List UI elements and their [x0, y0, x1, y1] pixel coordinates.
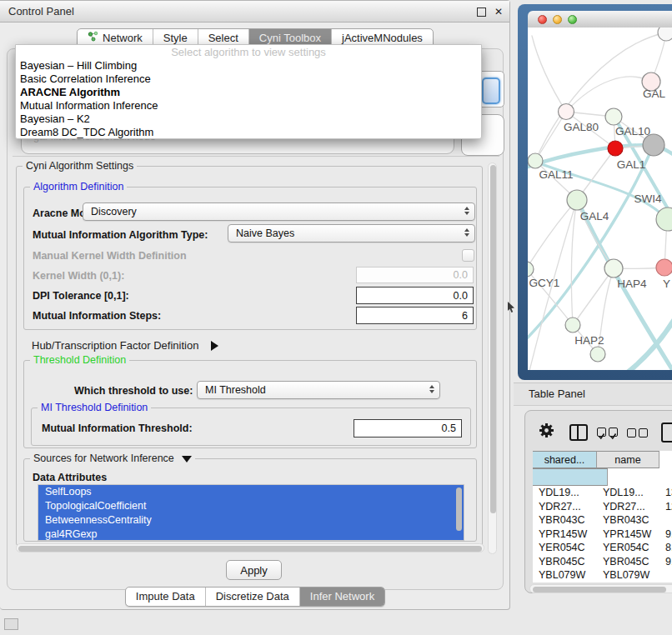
control-panel-window: Control Panel ✕ NetworkStyleSelectCyni T… [0, 0, 510, 610]
mouse-cursor [507, 302, 515, 314]
table-row[interactable]: YLR345WYLR345W9. [533, 582, 672, 583]
manual-kernel-width-checkbox[interactable] [462, 249, 474, 262]
network-canvas[interactable]: GALGAL80GAL10GAL1GAL11GAL4SWI4GCY1HAP4YH… [528, 28, 672, 370]
application-root: Control Panel ✕ NetworkStyleSelectCyni T… [0, 0, 672, 635]
apply-button[interactable]: Apply [226, 560, 282, 580]
table-row[interactable]: YDR27...YDR27...12 [533, 500, 672, 514]
minimize-window-button[interactable] [553, 15, 562, 24]
close-panel-icon[interactable]: ✕ [494, 5, 503, 18]
column-header-shared[interactable]: shared... [533, 451, 597, 468]
stepper-arrows-icon [464, 228, 469, 237]
table-horizontal-scrollbar-thumb[interactable] [533, 587, 666, 592]
node-gcy1[interactable] [528, 262, 534, 277]
node-hap4[interactable] [604, 259, 623, 278]
network-edge [528, 200, 577, 269]
node-gal11[interactable] [528, 153, 543, 168]
table-options-icon[interactable] [661, 422, 672, 442]
settings-horizontal-scrollbar-thumb[interactable] [18, 546, 482, 552]
which-threshold-value: MI Threshold [205, 384, 266, 396]
table-panel-titlebar: Table Panel [514, 382, 672, 406]
data-attributes-list[interactable]: SelfLoopsTopologicalCoefficientBetweenne… [38, 484, 464, 541]
dropdown-item-basic-correlation-inference[interactable]: Basic Correlation Inference [16, 72, 481, 86]
table-row[interactable]: YPR145WYPR145W9. [533, 528, 672, 542]
node-hap2-label: HAP2 [574, 334, 604, 347]
dropdown-placeholder: Select algorithm to view settings [16, 45, 481, 59]
float-panel-icon[interactable] [477, 8, 486, 17]
checked-box-icon[interactable] [609, 428, 618, 437]
table-cell: 13 [659, 486, 672, 500]
control-panel-titlebar: Control Panel ✕ [0, 1, 509, 22]
zoom-window-button[interactable] [568, 15, 577, 24]
kernel-width-input[interactable] [356, 267, 474, 283]
table-panel: shared...name YDL19...YDL19...13YDR27...… [524, 410, 672, 593]
table-row[interactable]: YDL19...YDL19...13 [533, 486, 672, 500]
dock-panel-icon[interactable] [4, 618, 18, 630]
network-view-window: GALGAL80GAL10GAL1GAL11GAL4SWI4GCY1HAP4YH… [518, 4, 672, 380]
settings-vertical-scrollbar-thumb[interactable] [490, 165, 496, 513]
network-edge [573, 268, 614, 325]
sources-group-title[interactable]: Sources for Network Inference [30, 452, 195, 464]
table-row[interactable]: YBR043CYBR043C [533, 513, 672, 528]
aracne-mode-select[interactable]: Discovery [83, 202, 475, 221]
attribute-item-selfloops[interactable]: SelfLoops [38, 485, 464, 499]
bottom-tab-infer-network[interactable]: Infer Network [299, 588, 384, 606]
attribute-item-topologicalcoefficient[interactable]: TopologicalCoefficient [38, 499, 464, 513]
bottom-tabs: Impute DataDiscretize DataInfer Network [125, 587, 385, 607]
threshold-definition-title: Threshold Definition [30, 354, 129, 366]
settings-vertical-scrollbar[interactable] [488, 162, 497, 554]
dropdown-item-bayesian-hill-climbing[interactable]: Bayesian – Hill Climbing [16, 59, 481, 72]
sources-group-title-text: Sources for Network Inference [33, 452, 174, 464]
attribute-item-gal4rgexp[interactable]: gal4RGexp [38, 528, 464, 541]
table-cell: 12 [659, 500, 672, 514]
algorithm-definition-title: Algorithm Definition [30, 181, 127, 192]
network-edge [566, 77, 651, 112]
collapse-down-icon [182, 456, 192, 462]
settings-horizontal-scrollbar[interactable] [16, 543, 484, 552]
table-panel-title: Table Panel [529, 388, 585, 400]
table-row[interactable]: YER054CYER054C8. [533, 541, 672, 555]
control-panel-title: Control Panel [8, 5, 74, 18]
node-gal80[interactable] [559, 104, 574, 120]
bottom-tab-impute-data[interactable]: Impute Data [126, 588, 205, 606]
table-horizontal-scrollbar[interactable] [529, 584, 672, 593]
table-cell: 9. [659, 582, 672, 583]
checked-box-icon[interactable] [597, 428, 606, 437]
bottom-tab-bar: Impute DataDiscretize DataInfer Network [0, 587, 510, 607]
mi-threshold-definition-title: MI Threshold Definition [38, 402, 151, 413]
mi-steps-label: Mutual Information Steps: [33, 308, 161, 324]
node-gal10[interactable] [605, 108, 622, 125]
attribute-list-scrollbar-thumb[interactable] [456, 488, 462, 531]
node-hap2[interactable] [565, 318, 580, 332]
which-threshold-label: Which threshold to use: [74, 382, 193, 399]
unchecked-box-icon[interactable] [627, 428, 636, 438]
combobox-focused-stepper-icon [482, 78, 500, 104]
dropdown-item-bayesian-k2[interactable]: Bayesian – K2 [16, 112, 481, 126]
node-gal1[interactable] [608, 141, 623, 156]
which-threshold-select[interactable]: MI Threshold [197, 381, 440, 399]
close-window-button[interactable] [538, 15, 547, 24]
column-header-name[interactable]: name [597, 451, 659, 468]
bottom-tab-discretize-data[interactable]: Discretize Data [205, 588, 299, 606]
mi-steps-input[interactable] [356, 307, 474, 324]
table-cell: YDR27... [533, 500, 597, 514]
node-bottom-partial[interactable] [590, 347, 605, 362]
node-salmon[interactable] [656, 259, 672, 276]
dropdown-item-aracne-algorithm[interactable]: ARACNE Algorithm [16, 86, 481, 99]
hub-definition-toggle[interactable]: Hub/Transcription Factor Definition [32, 337, 218, 353]
dropdown-item-dream8-dc-tdc-algorithm[interactable]: Dream8 DC_TDC Algorithm [16, 126, 481, 139]
mi-threshold-input[interactable] [354, 419, 462, 438]
gear-icon[interactable] [539, 422, 554, 438]
network-window-titlebar [528, 11, 672, 28]
table-row[interactable]: YBL079WYBL079W [533, 568, 672, 582]
node-top-partial[interactable] [658, 28, 672, 41]
table-cell: YER054C [533, 541, 597, 555]
mi-algorithm-type-select[interactable]: Naive Bayes [228, 224, 475, 242]
table-row[interactable]: YBR045CYBR045C9. [533, 555, 672, 569]
dpi-tolerance-input[interactable] [356, 287, 474, 304]
attribute-item-betweennesscentrality[interactable]: BetweennessCentrality [38, 513, 464, 528]
column-header-cut[interactable] [533, 468, 608, 486]
unchecked-box-icon[interactable] [639, 428, 648, 438]
dropdown-item-mutual-information-inference[interactable]: Mutual Information Inference [16, 99, 481, 112]
columns-icon[interactable] [569, 424, 588, 441]
node-gal4[interactable] [567, 190, 587, 210]
